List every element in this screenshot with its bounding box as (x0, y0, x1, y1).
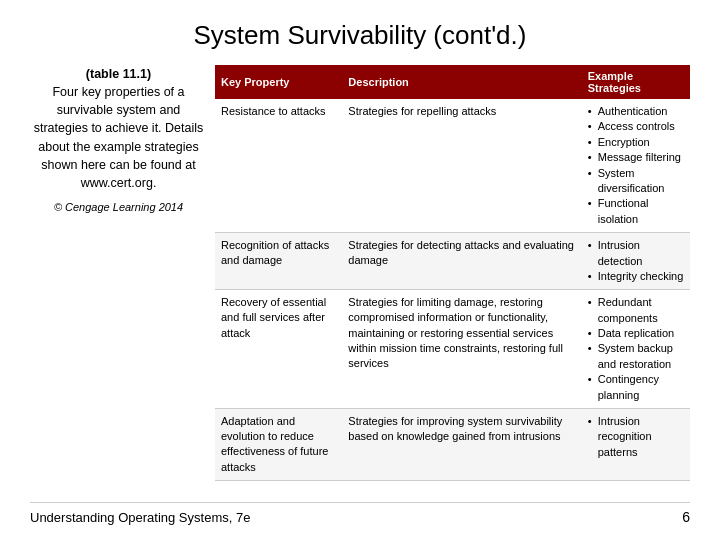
list-item: System diversification (588, 166, 684, 197)
footer-page-number: 6 (682, 509, 690, 525)
cell-strategies: Intrusion detectionIntegrity checking (582, 233, 690, 290)
list-item: Functional isolation (588, 196, 684, 227)
copyright-text: © Cengage Learning 2014 (54, 200, 183, 215)
content-area: (table 11.1) Four key properties of a su… (30, 65, 690, 492)
list-item: Message filtering (588, 150, 684, 165)
col-header-description: Description (342, 65, 581, 99)
list-item: Access controls (588, 119, 684, 134)
list-item: Integrity checking (588, 269, 684, 284)
list-item: Encryption (588, 135, 684, 150)
list-item: System backup and restoration (588, 341, 684, 372)
table-row: Adaptation and evolution to reduce effec… (215, 409, 690, 481)
cell-key-property: Recovery of essential and full services … (215, 290, 342, 409)
table-row: Recovery of essential and full services … (215, 290, 690, 409)
list-item: Data replication (588, 326, 684, 341)
survivability-table: Key Property Description Example Strateg… (215, 65, 690, 481)
list-item: Authentication (588, 104, 684, 119)
table-reference: (table 11.1) (86, 65, 151, 83)
sidebar-description: Four key properties of a survivable syst… (30, 83, 207, 192)
left-sidebar: (table 11.1) Four key properties of a su… (30, 65, 215, 492)
table-header: Key Property Description Example Strateg… (215, 65, 690, 99)
cell-key-property: Resistance to attacks (215, 99, 342, 233)
table-wrapper: Key Property Description Example Strateg… (215, 65, 690, 492)
cell-description: Strategies for repelling attacks (342, 99, 581, 233)
table-body: Resistance to attacksStrategies for repe… (215, 99, 690, 480)
cell-strategies: Redundant componentsData replicationSyst… (582, 290, 690, 409)
slide-footer: Understanding Operating Systems, 7e 6 (30, 502, 690, 525)
list-item: Intrusion detection (588, 238, 684, 269)
list-item: Intrusion recognition patterns (588, 414, 684, 460)
strategies-list: AuthenticationAccess controlsEncryptionM… (588, 104, 684, 227)
cell-key-property: Adaptation and evolution to reduce effec… (215, 409, 342, 481)
cell-key-property: Recognition of attacks and damage (215, 233, 342, 290)
slide-page: System Survivability (cont'd.) (table 11… (0, 0, 720, 540)
list-item: Contingency planning (588, 372, 684, 403)
cell-description: Strategies for limiting damage, restorin… (342, 290, 581, 409)
cell-description: Strategies for improving system survivab… (342, 409, 581, 481)
strategies-list: Intrusion detectionIntegrity checking (588, 238, 684, 284)
strategies-list: Redundant componentsData replicationSyst… (588, 295, 684, 403)
list-item: Redundant components (588, 295, 684, 326)
cell-description: Strategies for detecting attacks and eva… (342, 233, 581, 290)
table-row: Resistance to attacksStrategies for repe… (215, 99, 690, 233)
col-header-key-property: Key Property (215, 65, 342, 99)
strategies-list: Intrusion recognition patterns (588, 414, 684, 460)
cell-strategies: Intrusion recognition patterns (582, 409, 690, 481)
cell-strategies: AuthenticationAccess controlsEncryptionM… (582, 99, 690, 233)
table-row: Recognition of attacks and damageStrateg… (215, 233, 690, 290)
footer-subtitle: Understanding Operating Systems, 7e (30, 510, 250, 525)
slide-title: System Survivability (cont'd.) (30, 20, 690, 51)
col-header-strategies: Example Strategies (582, 65, 690, 99)
